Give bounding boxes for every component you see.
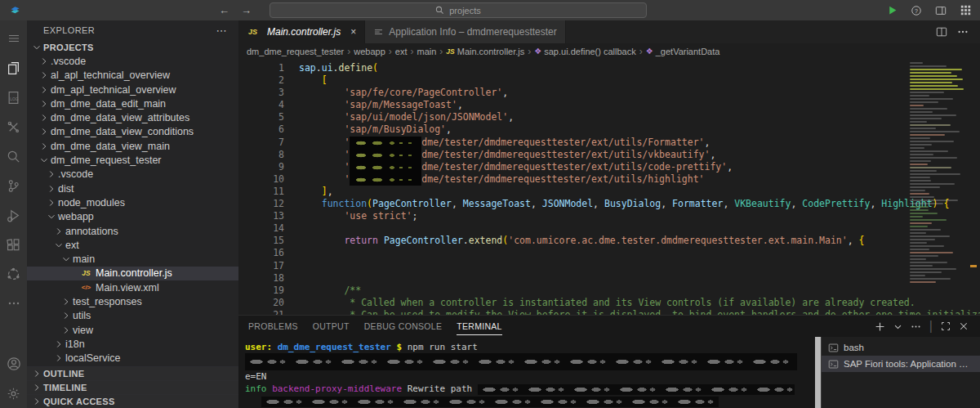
sidebar-section-quick-access[interactable]: QUICK ACCESS bbox=[27, 394, 238, 408]
help-icon[interactable]: ? bbox=[910, 4, 923, 17]
tree-item-view[interactable]: view bbox=[27, 323, 238, 337]
activity-item-log[interactable]: LOG bbox=[0, 83, 27, 112]
tree-item-dm_dme_data_view_attributes[interactable]: dm_dme_data_view_attributes bbox=[27, 110, 238, 124]
minimap-marker bbox=[970, 265, 977, 267]
tree-item-al_apl_technical_overview[interactable]: al_apl_technical_overview bbox=[27, 69, 238, 83]
terminal-scrollbar[interactable] bbox=[815, 337, 821, 408]
tree-item-label: dm_apl_technical_overview bbox=[51, 84, 176, 96]
nav-forward-button[interactable]: → bbox=[241, 4, 252, 16]
activity-item-account[interactable] bbox=[0, 349, 27, 379]
panel-tab-debug-console[interactable]: DEBUG CONSOLE bbox=[364, 317, 443, 335]
activity-bar: LOG bbox=[0, 20, 27, 408]
breadcrumb-item-main[interactable]: main bbox=[416, 47, 436, 56]
activity-item-source-control[interactable] bbox=[0, 171, 27, 200]
close-tab-icon[interactable]: × bbox=[350, 26, 356, 38]
js-file-icon: JS bbox=[446, 47, 454, 56]
sidebar-section-outline[interactable]: OUTLINE bbox=[27, 366, 238, 380]
activity-item-settings[interactable] bbox=[0, 379, 27, 408]
minimap[interactable] bbox=[910, 62, 969, 315]
breadcrumb-label: sap.ui.define() callback bbox=[544, 47, 636, 56]
chevron-right-icon bbox=[38, 69, 51, 82]
tree-item-main.view.xml[interactable]: </>Main.view.xml bbox=[27, 280, 238, 294]
chevron-right-icon bbox=[45, 168, 58, 181]
tree-item-main[interactable]: main bbox=[27, 252, 238, 266]
chevron-down-icon bbox=[60, 253, 73, 266]
run-button[interactable] bbox=[885, 4, 898, 17]
activity-item-menu[interactable] bbox=[0, 24, 27, 53]
tree-item-projects[interactable]: PROJECTS bbox=[27, 40, 238, 54]
tab-application-info---dmdmerequesttester[interactable]: Application Info – dmdmerequesttester bbox=[365, 20, 565, 43]
activity-item-run-debug[interactable] bbox=[0, 200, 27, 230]
tree-item-dm_dme_data_view_conditions[interactable]: dm_dme_data_view_conditions bbox=[27, 125, 238, 139]
tree-item-webapp[interactable]: webapp bbox=[27, 210, 238, 224]
tree-item-dm_apl_technical_overview[interactable]: dm_apl_technical_overview bbox=[27, 83, 238, 96]
tree-item-dm_dme_data_view_main[interactable]: dm_dme_data_view_main bbox=[27, 139, 238, 153]
terminal-dropdown-icon[interactable] bbox=[893, 322, 902, 331]
activity-item-network[interactable] bbox=[0, 259, 27, 289]
split-editor-icon[interactable] bbox=[936, 26, 947, 38]
panel-tab-problems[interactable]: PROBLEMS bbox=[248, 317, 298, 335]
breadcrumb-item-dm_dme_request_tester[interactable]: dm_dme_request_tester bbox=[247, 47, 344, 56]
explorer-more-actions[interactable]: ⋯ bbox=[216, 25, 227, 37]
sidebar-section-timeline[interactable]: TIMELINE bbox=[27, 380, 238, 394]
tree-item-label: i18n bbox=[65, 339, 85, 350]
activity-item-extensions[interactable] bbox=[0, 230, 27, 259]
editor-more-actions-icon[interactable] bbox=[957, 26, 969, 38]
maximize-panel-icon[interactable] bbox=[941, 321, 951, 331]
tree-item-test_responses[interactable]: test_responses bbox=[27, 294, 238, 308]
breadcrumb-item-main.controller.js[interactable]: JSMain.controller.js bbox=[446, 47, 524, 56]
section-label: OUTLINE bbox=[43, 369, 84, 379]
tree-item-node_modules[interactable]: node_modules bbox=[27, 195, 238, 209]
tree-item-label: view bbox=[73, 325, 93, 336]
tree-item-utils[interactable]: utils bbox=[27, 309, 238, 323]
tree-item-annotations[interactable]: annotations bbox=[27, 224, 238, 238]
code-line-7: 7 'dme/tester/dmdmerequesttester/ext/uti… bbox=[238, 137, 980, 149]
panel-more-actions-icon[interactable] bbox=[911, 321, 921, 332]
breadcrumb-separator: › bbox=[389, 46, 392, 57]
breadcrumb-item-sap.ui.define---callback[interactable]: ❖sap.ui.define() callback bbox=[534, 47, 635, 56]
breadcrumb-item-ext[interactable]: ext bbox=[395, 47, 408, 56]
code-line-1: 1sap.ui.define( bbox=[238, 62, 980, 74]
panel-tab-terminal[interactable]: TERMINAL bbox=[457, 317, 502, 335]
settings-icon bbox=[7, 387, 20, 401]
account-icon bbox=[7, 356, 21, 371]
source-control-icon bbox=[7, 179, 20, 193]
terminal-session-bash[interactable]: bash bbox=[822, 339, 980, 356]
tree-item-dm_dme_data_edit_main[interactable]: dm_dme_data_edit_main bbox=[27, 96, 238, 110]
tree-item-dist[interactable]: dist bbox=[27, 182, 238, 195]
nav-back-button[interactable]: ← bbox=[219, 4, 229, 16]
activity-item-explorer[interactable] bbox=[0, 53, 27, 83]
breadcrumb-label: ext bbox=[395, 47, 408, 56]
tree-item-ext[interactable]: ext bbox=[27, 238, 238, 252]
panel-tab-output[interactable]: OUTPUT bbox=[313, 317, 350, 335]
chevron-right-icon bbox=[38, 97, 51, 110]
line-number: 19 bbox=[238, 285, 299, 297]
activity-item-search[interactable] bbox=[0, 141, 27, 171]
breadcrumb-item-_getvariantdata[interactable]: ❖_getVariantData bbox=[646, 47, 720, 56]
breadcrumb-item-webapp[interactable]: webapp bbox=[354, 47, 385, 56]
grid-menu-icon[interactable] bbox=[959, 4, 972, 17]
tree-item-.vscode[interactable]: .vscode bbox=[27, 54, 238, 68]
tree-item-label: PROJECTS bbox=[43, 43, 94, 52]
activity-item-more[interactable] bbox=[0, 289, 27, 318]
tree-item-main.controller.js[interactable]: JSMain.controller.js bbox=[27, 267, 238, 280]
search-icon bbox=[7, 150, 20, 164]
chevron-right-icon bbox=[30, 381, 43, 394]
activity-item-tools[interactable] bbox=[0, 112, 27, 141]
command-center-search[interactable]: projects bbox=[270, 2, 647, 18]
vscode-window: ← → projects ? LOG EXPL bbox=[0, 0, 980, 408]
tree-item-i18n[interactable]: i18n bbox=[27, 337, 238, 351]
redacted-terminal-block bbox=[478, 384, 795, 395]
layout-toggle-icon[interactable] bbox=[934, 4, 947, 17]
code-editor[interactable]: 1sap.ui.define(2 [3 'sap/fe/core/PageCon… bbox=[238, 59, 980, 315]
new-terminal-icon[interactable] bbox=[875, 321, 885, 332]
tree-item-dm_dme_request_tester[interactable]: dm_dme_request_tester bbox=[27, 153, 238, 167]
tab-main.controller.js[interactable]: JSMain.controller.js× bbox=[238, 20, 365, 43]
terminal-session-sap-fiori-tools--application-mode...[interactable]: SAP Fiori tools: Application Mode... bbox=[822, 356, 980, 372]
chevron-right-icon bbox=[38, 125, 51, 138]
close-panel-icon[interactable] bbox=[959, 321, 969, 331]
tree-item-localservice[interactable]: localService bbox=[27, 352, 238, 365]
terminal-session-label: bash bbox=[844, 343, 864, 352]
terminal-output[interactable]: user: dm_dme_request_tester $ npm run st… bbox=[238, 337, 815, 408]
tree-item-.vscode[interactable]: .vscode bbox=[27, 168, 238, 182]
